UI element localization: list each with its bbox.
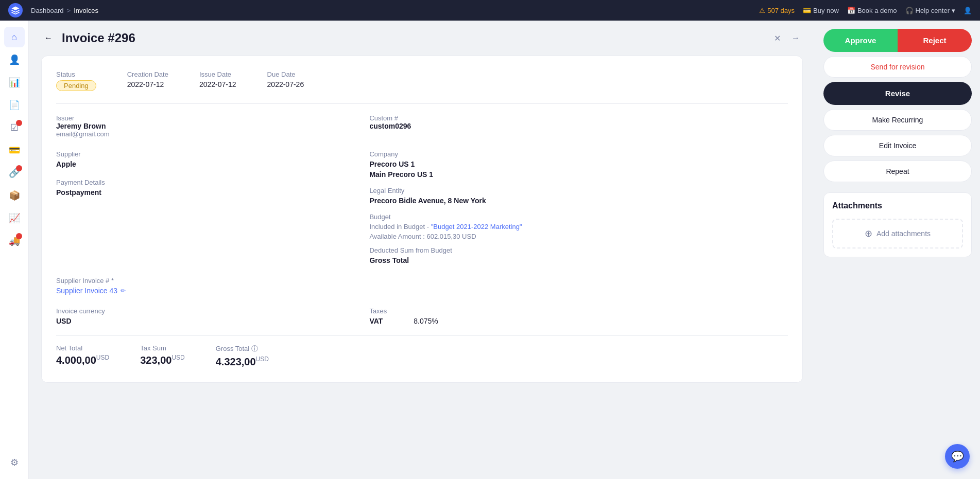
tax-rate: 8.075% (414, 317, 438, 325)
custom-field: Custom # custom0296 (369, 114, 788, 138)
add-attachment-button[interactable]: ⊕ Add attachments (832, 219, 963, 249)
chat-button[interactable]: 💬 (945, 444, 970, 469)
reject-button[interactable]: Reject (898, 29, 972, 52)
issue-date-field: Issue Date 2022-07-12 (199, 70, 236, 91)
budget-deducted-label: Deducted Sum from Budget (369, 246, 788, 254)
back-button[interactable]: ← (41, 31, 56, 45)
attachments-title: Attachments (832, 201, 963, 210)
legal-field: Legal Entity Precoro Bidle Avenue, 8 New… (369, 187, 788, 205)
status-badge: Pending (56, 80, 96, 91)
issuer-email: email@gmail.com (56, 130, 349, 138)
net-total-label: Net Total (56, 344, 109, 352)
sidebar-item-integrations[interactable]: 🔗 (4, 163, 25, 183)
due-date-value: 2022-07-26 (267, 80, 304, 88)
gross-total-value: 4.323,00USD (216, 356, 269, 368)
issue-date-label: Issue Date (199, 70, 236, 78)
approve-reject-row: Approve Reject (823, 29, 972, 52)
user-profile-btn[interactable]: 👤 (964, 7, 972, 14)
sidebar-item-documents[interactable]: 📄 (4, 95, 25, 115)
send-for-revision-button[interactable]: Send for revision (823, 56, 972, 78)
sidebar-item-home[interactable]: ⌂ (4, 27, 25, 47)
sidebar-item-profile[interactable]: 👤 (4, 49, 25, 70)
repeat-button[interactable]: Repeat (823, 161, 972, 182)
close-button[interactable]: ✕ (770, 31, 784, 45)
main-layout: ⌂ 👤 📊 📄 ☑ 💳 🔗 📦 📈 🚚 (0, 21, 980, 479)
tax-sum-label: Tax Sum (140, 344, 185, 352)
breadcrumb-parent[interactable]: Dashboard (31, 7, 64, 14)
demo-icon: 📅 (847, 7, 855, 14)
delivery-badge (16, 233, 22, 239)
page-header: ← Invoice #296 ✕ → (41, 31, 803, 45)
supplier-company-row: Supplier Apple Payment Details Postpayme… (56, 150, 788, 264)
net-total-value: 4.000,00USD (56, 354, 109, 366)
help-icon: 🎧 (905, 7, 914, 14)
inventory-icon: 📦 (9, 190, 20, 201)
tax-name: VAT (369, 317, 383, 325)
budget-label: Budget (369, 213, 788, 221)
book-demo-btn[interactable]: 📅 Book a demo (847, 7, 897, 14)
issuer-field: Issuer Jeremy Brown email@gmail.com (56, 114, 349, 138)
sidebar-item-reports[interactable]: 📈 (4, 208, 25, 228)
sidebar-item-delivery[interactable]: 🚚 (4, 230, 25, 251)
tasks-badge (16, 120, 22, 126)
currency-value: USD (56, 317, 349, 325)
supplier-invoice-field: Supplier Invoice # * Supplier Invoice 43… (56, 277, 788, 295)
sidebar: ⌂ 👤 📊 📄 ☑ 💳 🔗 📦 📈 🚚 (0, 21, 29, 479)
edit-icon: ✏ (121, 287, 126, 294)
sidebar-item-tasks[interactable]: ☑ (4, 117, 25, 138)
divider-1 (56, 103, 788, 104)
payment-label: Payment Details (56, 179, 349, 186)
info-icon[interactable]: ⓘ (251, 345, 258, 352)
gross-total-label: Gross Total ⓘ (216, 344, 269, 353)
profile-icon: 👤 (9, 54, 20, 65)
taxes-field: Taxes VAT 8.075% (369, 307, 788, 325)
buy-icon: 💳 (803, 7, 811, 14)
topnav: Dashboard > Invoices ⚠ 507 days 💳 Buy no… (0, 0, 980, 21)
main-content: ← Invoice #296 ✕ → Status Pending Creati… (29, 21, 815, 479)
breadcrumb-separator: > (67, 7, 71, 14)
sidebar-item-payments[interactable]: 💳 (4, 140, 25, 161)
totals-row: Net Total 4.000,00USD Tax Sum 323,00USD … (56, 335, 788, 368)
issuer-row: Issuer Jeremy Brown email@gmail.com Cust… (56, 114, 788, 138)
home-icon: ⌂ (11, 32, 17, 43)
revise-button[interactable]: Revise (823, 82, 972, 105)
creation-date-value: 2022-07-12 (127, 80, 168, 88)
document-icon: 📄 (9, 99, 20, 111)
currency-field: Invoice currency USD (56, 307, 349, 325)
company-name: Precoro US 1 (369, 160, 788, 168)
approve-button[interactable]: Approve (823, 29, 898, 52)
payment-field: Payment Details Postpayment (56, 179, 349, 197)
settings-icon: ⚙ (10, 457, 19, 468)
buy-now-btn[interactable]: 💳 Buy now (803, 7, 839, 14)
currency-label: Invoice currency (56, 307, 349, 315)
supplier-value: Apple (56, 160, 349, 168)
edit-invoice-button[interactable]: Edit Invoice (823, 135, 972, 156)
breadcrumb-current: Invoices (74, 7, 98, 14)
sidebar-item-inventory[interactable]: 📦 (4, 185, 25, 206)
help-center-btn[interactable]: 🎧 Help center ▾ (905, 7, 955, 14)
net-total-field: Net Total 4.000,00USD (56, 344, 109, 368)
breadcrumb: Dashboard > Invoices (31, 7, 755, 14)
payments-icon: 💳 (9, 145, 20, 156)
due-date-label: Due Date (267, 70, 304, 78)
custom-value: custom0296 (369, 122, 788, 130)
company-label: Company (369, 150, 788, 158)
budget-link[interactable]: "Budget 2021-2022 Marketing" (431, 223, 522, 230)
trial-warning[interactable]: ⚠ 507 days (759, 7, 795, 14)
make-recurring-button[interactable]: Make Recurring (823, 109, 972, 131)
page-header-right: ✕ → (770, 31, 803, 45)
currency-taxes-row: Invoice currency USD Taxes VAT 8.075% (56, 307, 788, 325)
sidebar-item-settings[interactable]: ⚙ (4, 452, 25, 473)
sidebar-item-analytics[interactable]: 📊 (4, 72, 25, 93)
budget-available: Available Amount : 602.015,30 USD (369, 233, 788, 240)
tax-row: VAT 8.075% (369, 317, 788, 325)
creation-date-label: Creation Date (127, 70, 168, 78)
trial-days: 507 days (767, 7, 795, 14)
chat-icon: 💬 (951, 450, 964, 463)
navigate-right-button[interactable]: → (788, 31, 803, 45)
supplier-invoice-link[interactable]: Supplier Invoice 43 ✏ (56, 287, 788, 295)
page-title: Invoice #296 (62, 31, 135, 45)
supplier-invoice-label: Supplier Invoice # * (56, 277, 788, 285)
company-legal-budget-col: Company Precoro US 1 Main Precoro US 1 L… (369, 150, 788, 264)
right-panel: Approve Reject Send for revision Revise … (815, 21, 980, 479)
